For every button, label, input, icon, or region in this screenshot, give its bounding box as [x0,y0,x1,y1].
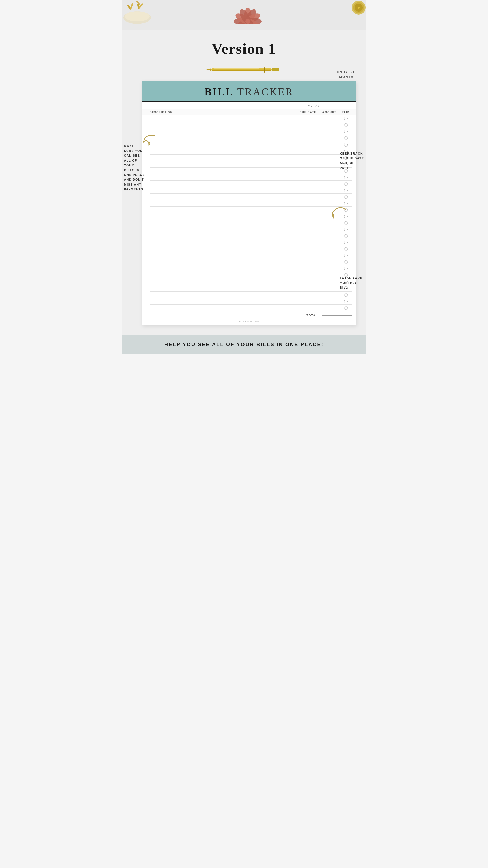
paid-checkbox[interactable] [344,143,348,147]
paid-checkbox[interactable] [344,241,348,244]
paid-checkbox[interactable] [344,176,348,179]
paid-cell [339,267,352,271]
table-row [150,285,352,291]
table-row [150,226,352,233]
pen-section: UNDATED MONTH [122,62,366,81]
paid-cell [339,123,352,127]
bottom-banner: HELP YOU SEE ALL OF YOUR BILLS IN ONE PL… [122,335,366,354]
paid-checkbox[interactable] [344,254,348,257]
paid-checkbox[interactable] [344,136,348,140]
paid-checkbox[interactable] [344,260,348,264]
paid-checkbox[interactable] [344,202,348,205]
clips-bowl-icon [122,0,155,25]
svg-rect-28 [271,68,279,71]
paid-checkbox[interactable] [344,117,348,120]
table-row [150,142,352,148]
table-row [150,291,352,298]
table-row [150,239,352,246]
paid-checkbox[interactable] [344,306,348,310]
table-row [150,207,352,213]
paid-checkbox[interactable] [344,189,348,192]
table-row [150,305,352,311]
header-bold: BILL [205,86,234,98]
svg-point-1 [125,11,150,21]
paid-cell [339,306,352,310]
paid-checkbox[interactable] [344,234,348,238]
card-header-title: BILL TRACKER [148,86,351,98]
left-annotation: MAKE SURE YOU CAN SEE ALL OF YOUR BILLS … [124,144,145,192]
month-label: Month: [308,104,320,107]
paid-checkbox[interactable] [344,247,348,251]
col-amount: AMOUNT [320,111,339,114]
table-row [150,155,352,161]
svg-point-20 [245,19,250,24]
table-row [150,233,352,239]
table-row [150,266,352,272]
page-wrapper: Version 1 UNDATE [122,0,366,354]
svg-rect-3 [127,4,131,9]
undated-label: UNDATED MONTH [337,70,356,79]
card-header: BILL TRACKER [142,81,356,102]
total-label: TOTAL: [306,314,319,317]
table-row [150,122,352,128]
total-row: TOTAL: [142,311,356,319]
table-row [150,194,352,200]
paid-checkbox[interactable] [344,130,348,133]
paid-cell [339,189,352,192]
paid-checkbox[interactable] [344,195,348,199]
table-row [150,298,352,305]
table-row [150,252,352,259]
table-row [150,220,352,226]
paid-cell [339,228,352,231]
paid-cell [339,300,352,303]
paid-cell [339,254,352,257]
table-row [150,187,352,194]
paid-checkbox[interactable] [344,228,348,231]
table-row [150,278,352,285]
paid-cell [339,176,352,179]
by-label: BY MRSNEAT.NET [142,319,356,325]
table-row [150,128,352,135]
version-title: Version 1 [122,40,366,57]
total-input-line [322,315,352,316]
col-description: DESCRIPTION [150,111,297,114]
pen-icon [204,65,284,75]
svg-rect-27 [264,67,265,72]
paid-checkbox[interactable] [344,267,348,271]
col-paid: PAID [339,111,352,114]
gold-button-icon [341,0,366,20]
table-row [150,259,352,266]
svg-rect-29 [214,68,259,69]
paid-cell [339,182,352,186]
paid-cell [339,247,352,251]
table-row [150,246,352,252]
version-title-section: Version 1 [122,30,366,62]
header-light: TRACKER [237,86,293,98]
table-row [150,135,352,142]
paid-checkbox[interactable] [344,182,348,186]
svg-marker-31 [331,214,336,219]
table-row [150,148,352,155]
table-row [150,161,352,167]
paid-cell [339,241,352,244]
table-row [150,213,352,220]
table-row [150,181,352,187]
tracker-section: MAKE SURE YOU CAN SEE ALL OF YOUR BILLS … [122,81,366,335]
right-annotation-top: KEEP TRACK OF DUE DATE AND BILL PAID [340,151,365,170]
month-input-line [321,104,351,108]
paid-cell [339,136,352,140]
table-row [150,174,352,181]
col-due-date: DUE DATE [297,111,320,114]
paid-checkbox[interactable] [344,123,348,127]
table-row [150,272,352,278]
paid-cell [339,234,352,238]
svg-marker-25 [206,68,212,71]
bill-table-rows [142,115,356,311]
bottom-banner-text: HELP YOU SEE ALL OF YOUR BILLS IN ONE PL… [127,342,361,347]
svg-point-24 [358,6,360,8]
paid-checkbox[interactable] [344,300,348,303]
svg-rect-4 [130,2,133,9]
paid-cell [339,143,352,147]
paid-checkbox[interactable] [344,293,348,297]
svg-marker-30 [147,142,151,146]
